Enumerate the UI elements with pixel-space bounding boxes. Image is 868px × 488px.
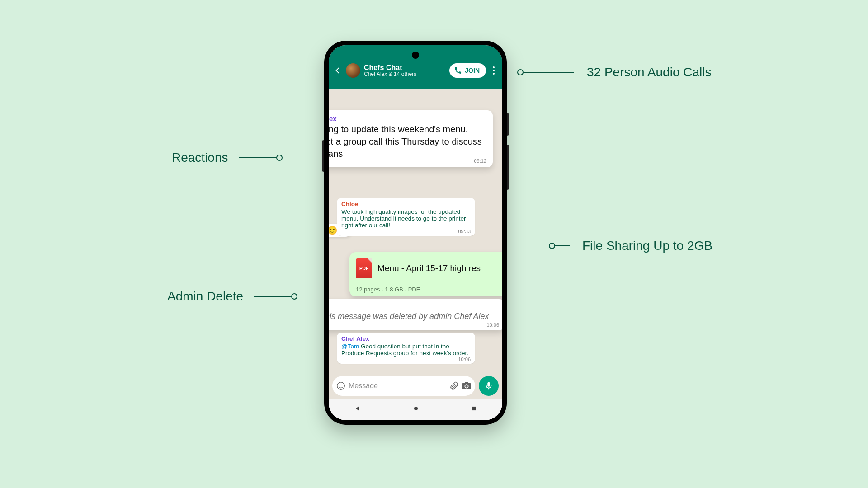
message-body: We took high quality images for the upda… <box>341 208 471 229</box>
message-time: 10:06 <box>341 357 471 362</box>
message-incoming[interactable]: Chloe We took high quality images for th… <box>337 198 475 236</box>
phone-frame: Chefs Chat Chef Alex & 14 others JOIN Ch… <box>324 41 507 425</box>
callout-delete-label: Admin Delete <box>167 289 243 304</box>
file-meta: 12 pages · 1.8 GB · PDF <box>356 286 420 293</box>
message-time: 09:12 <box>329 158 486 164</box>
message-body: Working to update this weekend's menu. E… <box>329 123 486 160</box>
callout-audio-calls: 32 Person Audio Calls <box>520 65 712 80</box>
join-button-label: JOIN <box>465 67 480 74</box>
phone-side-button <box>507 113 509 136</box>
svg-rect-5 <box>472 407 476 410</box>
nav-back-icon[interactable] <box>354 405 361 414</box>
deleted-message-text: This message was deleted by admin Chef A… <box>329 311 499 322</box>
message-sender: Chloe <box>341 201 471 207</box>
callout-admin-delete: Admin Delete <box>167 289 295 304</box>
callout-file-label: File Sharing Up to 2GB <box>582 239 712 253</box>
join-call-button[interactable]: JOIN <box>449 63 486 78</box>
message-outgoing-file[interactable]: PDF Menu - April 15-17 high res 12 pages… <box>349 252 502 296</box>
message-sender: Tom <box>329 303 499 310</box>
chat-title: Chefs Chat <box>364 64 446 72</box>
callout-audio-label: 32 Person Audio Calls <box>587 65 712 80</box>
message-sender: Chef Alex <box>329 115 486 122</box>
reaction-emojis: 👍🙏🙂 <box>329 225 337 235</box>
callout-reactions-label: Reactions <box>172 150 228 165</box>
message-deleted[interactable]: Tom This message was deleted by admin Ch… <box>329 299 502 330</box>
chat-subtitle: Chef Alex & 14 others <box>364 71 446 77</box>
svg-point-1 <box>337 382 345 390</box>
pdf-file-icon: PDF <box>356 258 372 278</box>
pdf-badge: PDF <box>359 266 368 271</box>
message-sender: Chef Alex <box>341 335 471 342</box>
back-icon[interactable] <box>333 66 342 75</box>
emoji-icon[interactable] <box>336 381 346 391</box>
group-avatar[interactable] <box>346 63 360 78</box>
callout-reactions: Reactions <box>172 150 280 165</box>
message-input-bar: Message <box>329 373 502 399</box>
callout-file-sharing: File Sharing Up to 2GB <box>552 239 712 253</box>
input-placeholder: Message <box>349 382 446 390</box>
file-name: Menu - April 15-17 high res <box>377 263 481 273</box>
message-time: 09:33 <box>341 229 471 234</box>
phone-screen: Chefs Chat Chef Alex & 14 others JOIN Ch… <box>329 45 502 420</box>
message-body: @Tom Good question but put that in the P… <box>341 343 471 357</box>
message-incoming[interactable]: Chef Alex @Tom Good question but put tha… <box>337 333 475 364</box>
phone-camera-notch <box>412 52 419 59</box>
phone-side-button <box>322 140 324 172</box>
chat-area: Chef Alex Working to update this weekend… <box>329 76 502 379</box>
message-body-text: Good question but put that in the Produc… <box>341 343 468 357</box>
message-incoming[interactable]: Chef Alex Working to update this weekend… <box>329 110 493 167</box>
chat-title-block[interactable]: Chefs Chat Chef Alex & 14 others <box>364 64 446 78</box>
overflow-menu-icon[interactable] <box>490 66 498 75</box>
nav-home-icon[interactable] <box>412 405 420 414</box>
svg-point-4 <box>414 407 418 410</box>
mention[interactable]: @Tom <box>341 343 359 350</box>
svg-point-2 <box>339 385 340 385</box>
svg-point-3 <box>342 385 343 385</box>
camera-icon[interactable] <box>462 381 472 391</box>
phone-side-button <box>507 145 509 190</box>
message-input[interactable]: Message <box>332 376 475 396</box>
message-time: 10:06 <box>329 322 499 328</box>
mic-button[interactable] <box>479 376 499 396</box>
attach-icon[interactable] <box>449 381 459 391</box>
android-nav-bar <box>329 399 502 420</box>
nav-recents-icon[interactable] <box>471 405 477 413</box>
